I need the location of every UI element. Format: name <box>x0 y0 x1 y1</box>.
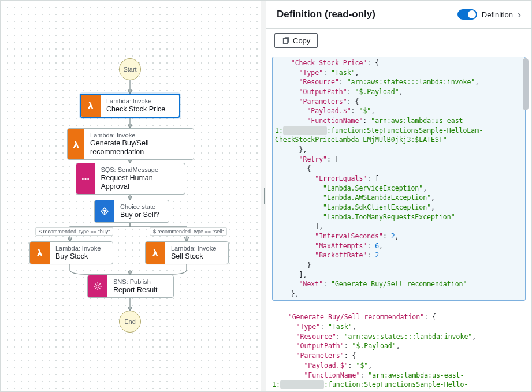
code-viewer[interactable]: "Check Stock Price": { "Type": "Task", "… <box>266 53 531 391</box>
pane-resize-handle[interactable] <box>261 1 266 391</box>
lambda-icon <box>30 242 50 264</box>
copy-icon <box>282 37 289 44</box>
end-label: End <box>124 318 136 325</box>
svg-text:?: ? <box>103 210 106 214</box>
copy-button[interactable]: Copy <box>274 33 318 48</box>
end-node[interactable]: End <box>119 311 141 333</box>
state-subtype: Choice state <box>120 203 159 211</box>
state-subtype: Lambda: Invoke <box>55 245 101 252</box>
scrollbar-thumb[interactable] <box>523 58 529 110</box>
state-label: Check Stock Price <box>106 105 165 114</box>
state-subtype: SNS: Publish <box>113 278 157 286</box>
state-request-approval[interactable]: SQS: SendMessage Request Human Approval <box>76 163 185 195</box>
choice-icon: ? <box>95 200 114 222</box>
state-sell-stock[interactable]: Lambda: Invoke Sell Stock <box>145 241 229 264</box>
app-root: Start Lambda: Invoke Check Stock Price L… <box>0 0 532 392</box>
state-label: Buy Stock <box>55 252 101 261</box>
state-label: Buy or Sell? <box>120 211 159 219</box>
condition-sell: $.recommended_type == "sell" <box>150 227 227 236</box>
state-report-result[interactable]: SNS: Publish Report Result <box>87 275 174 298</box>
state-label: Sell Stock <box>171 252 216 261</box>
lambda-icon <box>68 129 84 159</box>
state-subtype: Lambda: Invoke <box>106 98 165 105</box>
state-label: Request Human Approval <box>101 174 179 191</box>
panel-title: Definition (read-only) <box>277 9 375 20</box>
state-subtype: Lambda: Invoke <box>171 245 216 252</box>
state-generate-recommendation[interactable]: Lambda: Invoke Generate Buy/Sell recomme… <box>67 128 194 160</box>
svg-point-7 <box>85 178 87 180</box>
definition-panel: Definition (read-only) Definition › Copy… <box>266 1 531 391</box>
svg-rect-11 <box>283 38 287 43</box>
start-node[interactable]: Start <box>119 58 141 80</box>
state-buy-stock[interactable]: Lambda: Invoke Buy Stock <box>29 241 113 264</box>
state-check-stock-price[interactable]: Lambda: Invoke Check Stock Price <box>80 94 180 118</box>
lambda-icon <box>81 95 101 117</box>
sqs-icon <box>76 163 95 194</box>
state-choice[interactable]: ? Choice state Buy or Sell? <box>94 200 169 223</box>
copy-label: Copy <box>293 36 310 45</box>
state-label: Report Result <box>113 286 157 294</box>
chevron-right-icon[interactable]: › <box>518 9 521 20</box>
condition-buy: $.recommended_type == "buy" <box>35 227 113 236</box>
svg-point-6 <box>82 178 84 180</box>
svg-point-8 <box>88 178 90 180</box>
svg-point-10 <box>96 285 99 288</box>
start-label: Start <box>123 66 136 73</box>
state-label: Generate Buy/Sell recommendation <box>90 139 188 156</box>
code-scrollbar[interactable] <box>520 54 530 390</box>
sns-icon <box>88 275 107 297</box>
panel-toolbar: Copy <box>266 29 531 53</box>
state-subtype: Lambda: Invoke <box>90 132 188 139</box>
lambda-icon <box>146 242 165 264</box>
workflow-canvas[interactable]: Start Lambda: Invoke Check Stock Price L… <box>1 1 261 391</box>
state-subtype: SQS: SendMessage <box>101 166 179 174</box>
panel-header: Definition (read-only) Definition › <box>266 1 531 29</box>
definition-code: "Check Stock Price": { "Type": "Task", "… <box>272 57 526 391</box>
definition-toggle[interactable] <box>457 9 477 20</box>
toggle-label: Definition <box>482 10 513 19</box>
